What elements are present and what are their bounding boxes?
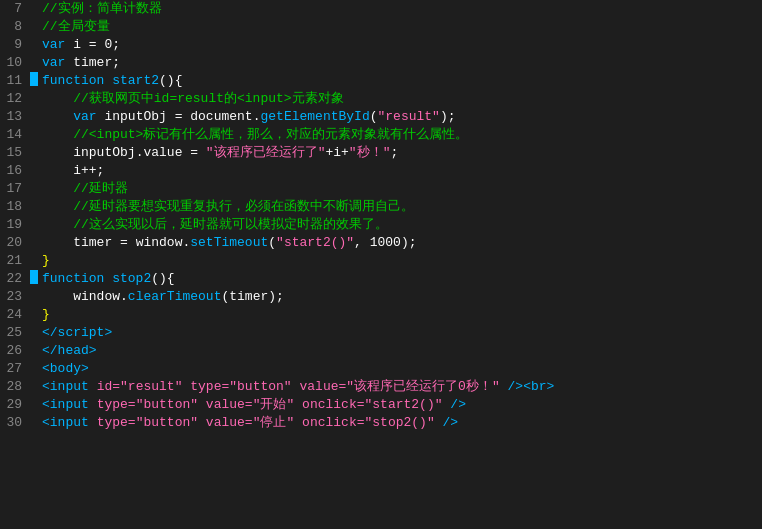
- line-marker: [30, 270, 38, 284]
- code-line: 11function start2(){: [0, 72, 762, 90]
- code-token: );: [440, 109, 456, 124]
- line-number: 26: [0, 342, 30, 360]
- code-token: //实例：简单计数器: [42, 1, 162, 16]
- code-line: 12 //获取网页中id=result的<input>元素对象: [0, 90, 762, 108]
- line-number: 8: [0, 18, 30, 36]
- code-token: setTimeout: [190, 235, 268, 250]
- code-line: 27<body>: [0, 360, 762, 378]
- line-content: function stop2(){: [38, 270, 762, 288]
- line-number: 23: [0, 288, 30, 306]
- line-number: 12: [0, 90, 30, 108]
- code-line: 8//全局变量: [0, 18, 762, 36]
- code-line: 26</head>: [0, 342, 762, 360]
- code-token: function: [42, 271, 112, 286]
- code-token: body: [50, 361, 81, 376]
- code-line: 10var timer;: [0, 54, 762, 72]
- code-token: =: [175, 109, 191, 124]
- code-token: value=: [206, 415, 253, 430]
- code-token: />: [443, 415, 459, 430]
- code-token: (){: [159, 73, 182, 88]
- line-number: 22: [0, 270, 30, 288]
- code-token: ;: [112, 37, 120, 52]
- code-token: id=: [97, 379, 120, 394]
- code-token: </: [42, 343, 58, 358]
- code-token: =: [120, 235, 136, 250]
- code-token: var: [42, 55, 73, 70]
- code-token: window: [136, 235, 183, 250]
- line-content: //全局变量: [38, 18, 762, 36]
- code-token: (: [268, 235, 276, 250]
- code-token: "停止": [253, 415, 302, 430]
- code-token: type=: [97, 397, 136, 412]
- line-number: 28: [0, 378, 30, 396]
- code-token: timer;: [73, 55, 120, 70]
- code-token: i: [73, 37, 89, 52]
- code-editor: 7//实例：简单计数器8//全局变量9var i = 0;10var timer…: [0, 0, 762, 529]
- line-number: 27: [0, 360, 30, 378]
- code-token: script: [58, 325, 105, 340]
- code-token: "该程序已经运行了": [206, 145, 326, 160]
- line-content: function start2(){: [38, 72, 762, 90]
- line-number: 24: [0, 306, 30, 324]
- code-token: "start2()": [276, 235, 354, 250]
- code-token: <: [42, 379, 50, 394]
- code-line: 7//实例：简单计数器: [0, 0, 762, 18]
- line-content: //延时器: [38, 180, 762, 198]
- code-token: timer: [42, 235, 120, 250]
- code-token: stop2: [112, 271, 151, 286]
- code-token: value=: [206, 397, 253, 412]
- code-token: //获取网页中id=result的<input>元素对象: [42, 91, 344, 106]
- code-token: var: [42, 109, 104, 124]
- code-token: "result": [120, 379, 190, 394]
- code-token: input: [50, 397, 97, 412]
- code-token: document: [190, 109, 252, 124]
- code-line: 16 i++;: [0, 162, 762, 180]
- code-line: 13 var inputObj = document.getElementByI…: [0, 108, 762, 126]
- code-token: inputObj: [42, 145, 136, 160]
- line-content: </script>: [38, 324, 762, 342]
- code-line: 19 //这么实现以后，延时器就可以模拟定时器的效果了。: [0, 216, 762, 234]
- code-token: "button": [136, 397, 206, 412]
- line-content: //延时器要想实现重复执行，必须在函数中不断调用自己。: [38, 198, 762, 216]
- line-content: </head>: [38, 342, 762, 360]
- code-token: "开始": [253, 397, 302, 412]
- code-token: .value: [136, 145, 191, 160]
- line-marker: [30, 72, 38, 86]
- line-content: //这么实现以后，延时器就可以模拟定时器的效果了。: [38, 216, 762, 234]
- line-number: 14: [0, 126, 30, 144]
- line-content: <input id="result" type="button" value="…: [38, 378, 762, 396]
- code-token: getElementById: [260, 109, 369, 124]
- code-token: i++;: [42, 163, 104, 178]
- code-line: 28<input id="result" type="button" value…: [0, 378, 762, 396]
- code-token: onclick=: [302, 415, 364, 430]
- code-token: >: [89, 343, 97, 358]
- code-line: 17 //延时器: [0, 180, 762, 198]
- code-token: </: [42, 325, 58, 340]
- code-line: 25</script>: [0, 324, 762, 342]
- code-token: //延时器: [42, 181, 128, 196]
- code-token: type=: [190, 379, 229, 394]
- line-number: 20: [0, 234, 30, 252]
- code-line: 20 timer = window.setTimeout("start2()",…: [0, 234, 762, 252]
- code-token: <br>: [523, 379, 554, 394]
- line-content: //<input>标记有什么属性，那么，对应的元素对象就有什么属性。: [38, 126, 762, 144]
- code-line: 23 window.clearTimeout(timer);: [0, 288, 762, 306]
- code-token: (: [370, 109, 378, 124]
- code-token: "该程序已经运行了0秒！": [346, 379, 507, 394]
- line-number: 18: [0, 198, 30, 216]
- code-line: 18 //延时器要想实现重复执行，必须在函数中不断调用自己。: [0, 198, 762, 216]
- code-token: >: [104, 325, 112, 340]
- line-number: 9: [0, 36, 30, 54]
- code-token: clearTimeout: [128, 289, 222, 304]
- line-number: 25: [0, 324, 30, 342]
- code-token: .: [120, 289, 128, 304]
- code-token: //这么实现以后，延时器就可以模拟定时器的效果了。: [42, 217, 388, 232]
- line-number: 30: [0, 414, 30, 432]
- code-token: "button": [229, 379, 299, 394]
- code-line: 21}: [0, 252, 762, 270]
- line-content: <body>: [38, 360, 762, 378]
- code-token: head: [58, 343, 89, 358]
- line-content: var timer;: [38, 54, 762, 72]
- code-line: 15 inputObj.value = "该程序已经运行了"+i+"秒！";: [0, 144, 762, 162]
- line-content: //实例：简单计数器: [38, 0, 762, 18]
